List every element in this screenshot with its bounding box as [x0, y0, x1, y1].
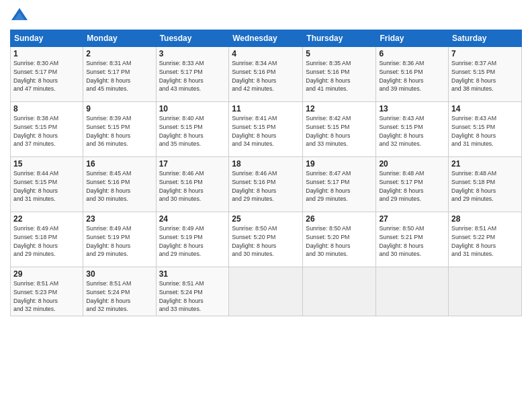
- day-info: Sunrise: 8:49 AMSunset: 5:18 PMDaylight:…: [13, 224, 80, 259]
- calendar-header-sunday: Sunday: [11, 30, 83, 47]
- day-info: Sunrise: 8:31 AMSunset: 5:17 PMDaylight:…: [86, 59, 152, 93]
- calendar-cell: 8 Sunrise: 8:38 AMSunset: 5:15 PMDayligh…: [11, 102, 83, 157]
- day-number: 17: [159, 159, 226, 169]
- calendar-week-2: 8 Sunrise: 8:38 AMSunset: 5:15 PMDayligh…: [11, 102, 522, 157]
- day-number: 10: [159, 104, 226, 113]
- day-info: Sunrise: 8:34 AMSunset: 5:16 PMDaylight:…: [232, 59, 300, 93]
- day-info: Sunrise: 8:46 AMSunset: 5:16 PMDaylight:…: [159, 169, 226, 203]
- day-number: 5: [306, 49, 373, 58]
- day-info: Sunrise: 8:35 AMSunset: 5:16 PMDaylight:…: [306, 59, 373, 93]
- day-info: Sunrise: 8:36 AMSunset: 5:16 PMDaylight:…: [379, 59, 445, 93]
- day-number: 26: [306, 214, 373, 224]
- calendar-week-4: 22 Sunrise: 8:49 AMSunset: 5:18 PMDaylig…: [11, 212, 522, 267]
- calendar-cell: 9 Sunrise: 8:39 AMSunset: 5:15 PMDayligh…: [83, 102, 156, 157]
- day-info: Sunrise: 8:48 AMSunset: 5:17 PMDaylight:…: [379, 169, 445, 203]
- day-info: Sunrise: 8:40 AMSunset: 5:15 PMDaylight:…: [159, 114, 226, 148]
- day-number: 9: [86, 104, 152, 113]
- day-number: 2: [86, 49, 152, 58]
- day-number: 21: [451, 159, 519, 169]
- day-number: 8: [13, 104, 80, 113]
- calendar-week-3: 15 Sunrise: 8:44 AMSunset: 5:15 PMDaylig…: [11, 157, 522, 212]
- day-info: Sunrise: 8:51 AMSunset: 5:22 PMDaylight:…: [451, 224, 519, 259]
- day-info: Sunrise: 8:51 AMSunset: 5:23 PMDaylight:…: [13, 279, 80, 314]
- day-info: Sunrise: 8:30 AMSunset: 5:17 PMDaylight:…: [13, 59, 80, 93]
- calendar-cell: 1 Sunrise: 8:30 AMSunset: 5:17 PMDayligh…: [11, 47, 83, 102]
- calendar-cell: 25 Sunrise: 8:50 AMSunset: 5:20 PMDaylig…: [229, 212, 303, 267]
- day-number: 13: [379, 104, 445, 113]
- calendar-header-tuesday: Tuesday: [156, 30, 229, 47]
- calendar-cell: 24 Sunrise: 8:49 AMSunset: 5:19 PMDaylig…: [156, 212, 229, 267]
- calendar-cell: 23 Sunrise: 8:49 AMSunset: 5:19 PMDaylig…: [83, 212, 156, 267]
- calendar-cell: 28 Sunrise: 8:51 AMSunset: 5:22 PMDaylig…: [449, 212, 522, 267]
- calendar-cell: 30 Sunrise: 8:51 AMSunset: 5:24 PMDaylig…: [83, 267, 156, 316]
- day-number: 24: [159, 214, 226, 224]
- day-number: 11: [232, 104, 300, 113]
- day-number: 19: [306, 159, 373, 169]
- calendar-cell: 29 Sunrise: 8:51 AMSunset: 5:23 PMDaylig…: [11, 267, 83, 316]
- calendar-cell: 17 Sunrise: 8:46 AMSunset: 5:16 PMDaylig…: [156, 157, 229, 212]
- calendar-header-wednesday: Wednesday: [229, 30, 303, 47]
- day-info: Sunrise: 8:44 AMSunset: 5:15 PMDaylight:…: [13, 169, 80, 203]
- header: [10, 7, 522, 26]
- calendar-header-saturday: Saturday: [449, 30, 522, 47]
- calendar-cell: 21 Sunrise: 8:48 AMSunset: 5:18 PMDaylig…: [449, 157, 522, 212]
- day-info: Sunrise: 8:42 AMSunset: 5:15 PMDaylight:…: [306, 114, 373, 148]
- day-number: 29: [13, 269, 80, 279]
- calendar-cell: 6 Sunrise: 8:36 AMSunset: 5:16 PMDayligh…: [376, 47, 449, 102]
- calendar-header-monday: Monday: [83, 30, 156, 47]
- day-number: 30: [86, 269, 152, 279]
- day-info: Sunrise: 8:39 AMSunset: 5:15 PMDaylight:…: [86, 114, 152, 148]
- logo-icon: [10, 7, 29, 26]
- calendar-cell: 13 Sunrise: 8:43 AMSunset: 5:15 PMDaylig…: [376, 102, 449, 157]
- calendar-cell: 11 Sunrise: 8:41 AMSunset: 5:15 PMDaylig…: [229, 102, 303, 157]
- calendar-cell: 18 Sunrise: 8:46 AMSunset: 5:16 PMDaylig…: [229, 157, 303, 212]
- calendar-week-1: 1 Sunrise: 8:30 AMSunset: 5:17 PMDayligh…: [11, 47, 522, 102]
- day-info: Sunrise: 8:50 AMSunset: 5:20 PMDaylight:…: [232, 224, 300, 259]
- calendar-cell: 15 Sunrise: 8:44 AMSunset: 5:15 PMDaylig…: [11, 157, 83, 212]
- calendar-cell: 12 Sunrise: 8:42 AMSunset: 5:15 PMDaylig…: [303, 102, 376, 157]
- day-number: 25: [232, 214, 300, 224]
- day-number: 27: [379, 214, 445, 224]
- calendar-cell: 16 Sunrise: 8:45 AMSunset: 5:16 PMDaylig…: [83, 157, 156, 212]
- day-info: Sunrise: 8:38 AMSunset: 5:15 PMDaylight:…: [13, 114, 80, 148]
- calendar-header-row: SundayMondayTuesdayWednesdayThursdayFrid…: [11, 30, 522, 47]
- day-number: 3: [159, 49, 226, 58]
- calendar-cell: 27 Sunrise: 8:50 AMSunset: 5:21 PMDaylig…: [376, 212, 449, 267]
- day-number: 20: [379, 159, 445, 169]
- calendar-header-friday: Friday: [376, 30, 449, 47]
- day-number: 12: [306, 104, 373, 113]
- day-info: Sunrise: 8:46 AMSunset: 5:16 PMDaylight:…: [232, 169, 300, 203]
- day-number: 7: [451, 49, 519, 58]
- day-info: Sunrise: 8:50 AMSunset: 5:20 PMDaylight:…: [306, 224, 373, 259]
- day-number: 15: [13, 159, 80, 169]
- calendar-cell: [303, 267, 376, 316]
- day-info: Sunrise: 8:45 AMSunset: 5:16 PMDaylight:…: [86, 169, 152, 203]
- calendar-cell: 3 Sunrise: 8:33 AMSunset: 5:17 PMDayligh…: [156, 47, 229, 102]
- calendar-cell: 22 Sunrise: 8:49 AMSunset: 5:18 PMDaylig…: [11, 212, 83, 267]
- day-number: 14: [451, 104, 519, 113]
- calendar-cell: [229, 267, 303, 316]
- day-info: Sunrise: 8:33 AMSunset: 5:17 PMDaylight:…: [159, 59, 226, 93]
- day-number: 16: [86, 159, 152, 169]
- page: SundayMondayTuesdayWednesdayThursdayFrid…: [0, 0, 532, 411]
- calendar-cell: 31 Sunrise: 8:51 AMSunset: 5:24 PMDaylig…: [156, 267, 229, 316]
- calendar: SundayMondayTuesdayWednesdayThursdayFrid…: [10, 30, 522, 316]
- calendar-header-thursday: Thursday: [303, 30, 376, 47]
- calendar-cell: 2 Sunrise: 8:31 AMSunset: 5:17 PMDayligh…: [83, 47, 156, 102]
- day-info: Sunrise: 8:50 AMSunset: 5:21 PMDaylight:…: [379, 224, 445, 259]
- logo: [10, 7, 32, 26]
- calendar-cell: 10 Sunrise: 8:40 AMSunset: 5:15 PMDaylig…: [156, 102, 229, 157]
- day-info: Sunrise: 8:51 AMSunset: 5:24 PMDaylight:…: [86, 279, 152, 314]
- calendar-cell: [449, 267, 522, 316]
- calendar-cell: 26 Sunrise: 8:50 AMSunset: 5:20 PMDaylig…: [303, 212, 376, 267]
- day-number: 22: [13, 214, 80, 224]
- calendar-cell: 19 Sunrise: 8:47 AMSunset: 5:17 PMDaylig…: [303, 157, 376, 212]
- day-number: 6: [379, 49, 445, 58]
- day-number: 23: [86, 214, 152, 224]
- day-info: Sunrise: 8:49 AMSunset: 5:19 PMDaylight:…: [159, 224, 226, 259]
- day-number: 28: [451, 214, 519, 224]
- calendar-cell: 7 Sunrise: 8:37 AMSunset: 5:15 PMDayligh…: [449, 47, 522, 102]
- day-info: Sunrise: 8:41 AMSunset: 5:15 PMDaylight:…: [232, 114, 300, 148]
- calendar-cell: 4 Sunrise: 8:34 AMSunset: 5:16 PMDayligh…: [229, 47, 303, 102]
- day-number: 1: [13, 49, 80, 58]
